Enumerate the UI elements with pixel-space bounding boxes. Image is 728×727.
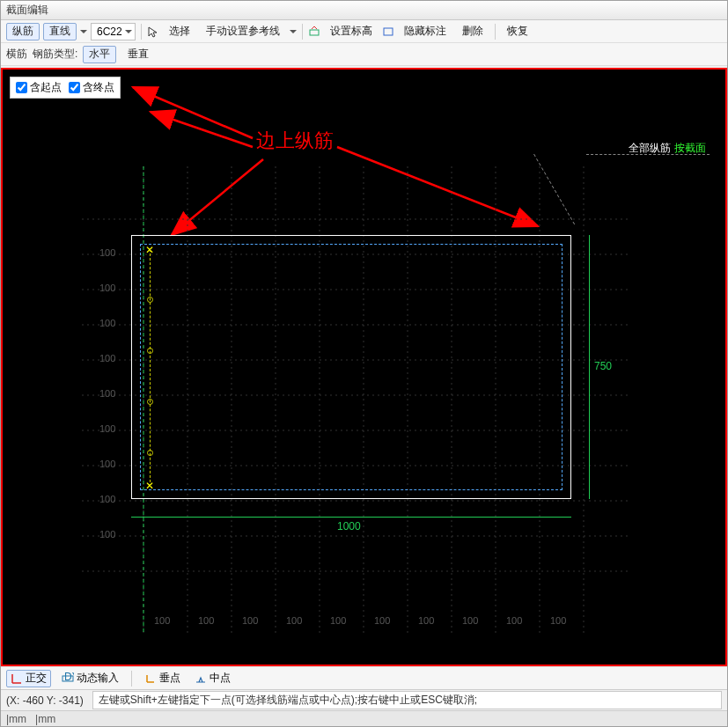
grid-label-x: 100 [550,615,566,626]
delete-button[interactable]: 删除 [456,23,489,40]
svg-rect-0 [310,30,319,35]
grid-label-y: 100 [99,283,115,293]
separator [495,24,496,40]
grid-label-x: 100 [154,615,170,626]
vertical-button[interactable]: 垂直 [121,46,155,63]
dynamic-input-toggle[interactable]: DYN 动态输入 [58,670,122,687]
grid-label-x: 100 [242,615,258,626]
include-end-label: 含终点 [83,80,114,95]
midpoint-snap-toggle[interactable]: 中点 [191,670,234,687]
select-button[interactable]: 选择 [163,23,196,40]
grid-label-y: 100 [99,494,115,504]
annotation-text: 边上纵筋 [256,128,334,154]
zhixian-button[interactable]: 直线 [43,23,77,40]
grid-label-y: 100 [99,353,115,364]
rebar-line [150,249,151,487]
set-refline-button[interactable]: 手动设置参考线 [200,23,286,40]
grid-label-y: 100 [99,423,115,434]
ruler-unit: |mm [35,713,55,725]
rebar-spec-value: 6C22 [97,26,122,38]
midpoint-icon [195,672,207,685]
include-start-label: 含起点 [30,80,62,95]
ruler-unit: |mm [6,713,26,725]
ortho-toggle[interactable]: 正交 [6,670,51,687]
grid-label-x: 100 [374,615,390,626]
perp-label: 垂点 [159,671,180,686]
grid-label-x: 100 [286,615,302,626]
statusbar: (X: -460 Y: -341) 左键或Shift+左键指定下一点(可选择线筋… [1,689,727,710]
dyninput-icon: DYN [62,672,74,685]
rebar-type-label: 钢筋类型: [33,47,77,62]
drawing-canvas[interactable]: 含起点 含终点 边上纵筋 全部纵筋 按截面 [1,68,727,666]
elevation-icon [308,26,320,38]
midpoint-label: 中点 [210,671,231,686]
dimension-height-line [589,235,590,499]
toolbar-secondary: 横筋 钢筋类型: 水平 垂直 [1,43,727,66]
horizontal-button[interactable]: 水平 [83,46,116,63]
coordinates-readout: (X: -460 Y: -341) [6,694,84,707]
perp-icon [144,672,157,685]
set-elevation-button[interactable]: 设置标高 [324,23,379,40]
main-window: 截面编辑 纵筋 直线 6C22 选择 手动设置参考线 设置标高 隐藏标注 删除 … [0,0,728,727]
dimension-height-value: 750 [594,360,612,372]
include-end-checkbox[interactable]: 含终点 [69,80,114,95]
toolbar-primary: 纵筋 直线 6C22 选择 手动设置参考线 设置标高 隐藏标注 删除 恢复 [1,20,727,43]
perpendicular-snap-toggle[interactable]: 垂点 [141,670,184,687]
svg-line-2 [133,87,253,138]
grid-label-y: 100 [99,247,115,258]
hint-all-label: 全部纵筋 [629,142,671,154]
restore-button[interactable]: 恢复 [501,23,534,40]
separator [131,671,132,687]
hint-bysection-label: 按截面 [674,142,706,154]
grid-label-x: 100 [330,615,346,626]
grid-label-y: 100 [99,318,115,328]
separator [302,24,303,40]
grid-label-x: 100 [418,615,434,626]
hide-annotation-icon [382,26,394,38]
grid-label-x: 100 [506,615,522,626]
include-end-input[interactable] [69,82,80,93]
dimension-width-line [131,517,571,518]
grid-label-x: 100 [462,615,478,626]
rebar-spec-dropdown[interactable]: 6C22 [91,23,136,40]
hide-annotation-button[interactable]: 隐藏标注 [398,23,452,40]
grid-label-y: 100 [99,459,115,469]
separator [141,24,142,40]
ortho-label: 正交 [26,671,47,686]
grid-label-y: 100 [99,388,115,399]
endpoint-options-panel: 含起点 含终点 [10,77,121,99]
dyninput-label: 动态输入 [77,671,119,686]
include-start-checkbox[interactable]: 含起点 [16,80,62,95]
zongjin-button[interactable]: 纵筋 [6,23,40,40]
bottom-toolbar: 正交 DYN 动态输入 垂点 中点 [1,666,727,689]
command-prompt: 左键或Shift+左键指定下一点(可选择线筋端点或中心点);按右键中止或ESC键… [92,691,722,709]
svg-text:DYN: DYN [64,672,74,683]
cursor-icon [147,26,159,38]
leader-line [586,154,710,155]
ruler-bar: |mm |mm [1,710,727,726]
svg-rect-1 [384,28,393,35]
section-cover-line [140,244,563,490]
include-start-input[interactable] [16,82,27,93]
refline-dropdown-icon[interactable] [290,26,297,37]
titlebar: 截面编辑 [1,1,727,20]
grid-label-x: 100 [198,615,214,626]
zhixian-dropdown-icon[interactable] [80,26,87,37]
svg-line-3 [151,112,253,147]
grid-label-y: 100 [99,529,115,540]
window-title: 截面编辑 [6,3,48,18]
hengjin-label: 横筋 [6,47,27,62]
grid-area: 100 100 100 100 100 100 100 100 100 100 … [82,166,628,633]
dimension-width-value: 1000 [337,520,361,532]
ortho-icon [11,672,23,685]
